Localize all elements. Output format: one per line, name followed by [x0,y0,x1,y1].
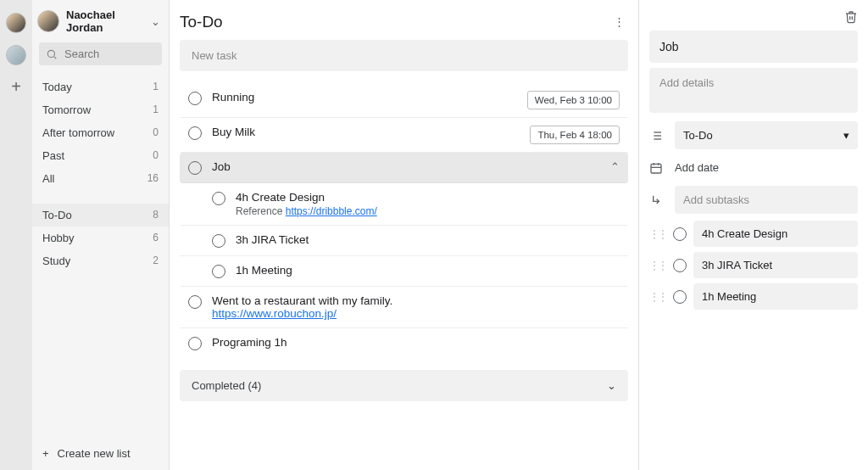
detail-notes-input[interactable]: Add details [649,68,858,113]
lists-group: To-Do8 Hobby6 Study2 [32,200,169,276]
task-title: Buy Milk [212,126,520,138]
add-date-button[interactable]: Add date [675,156,719,179]
filter-after-tomorrow[interactable]: After tomorrow0 [32,121,169,144]
complete-toggle[interactable] [188,161,202,175]
svg-line-1 [54,56,57,59]
account-switcher[interactable]: Naochael Jordan ⌄ [32,0,169,42]
new-task-input[interactable]: New task [180,40,628,71]
subtask-row[interactable]: 3h JIRA Ticket [180,226,628,256]
task-title: Went to a restaurant with my family.http… [212,294,620,320]
detail-panel: Job Add details To-Do ▾ Add date Add sub… [639,0,868,470]
filter-today[interactable]: Today1 [32,76,169,98]
subtask-arrow-icon [649,193,665,207]
chevron-down-icon: ⌄ [151,15,160,28]
reference-link[interactable]: https://dribbble.com/ [286,205,377,217]
completed-section-toggle[interactable]: Completed (4) ⌄ [180,370,628,401]
complete-toggle[interactable] [188,295,202,309]
task-row-selected[interactable]: Job ⌃ [180,153,628,183]
task-row[interactable]: Went to a restaurant with my family.http… [180,287,628,328]
drag-handle-icon[interactable]: ⋮⋮ [649,291,666,303]
detail-subtask-row[interactable]: ⋮⋮ 3h JIRA Ticket [649,252,858,278]
date-chip[interactable]: Wed, Feb 3 10:00 [527,91,620,109]
complete-toggle[interactable] [212,234,225,248]
task-row[interactable]: Programing 1h [180,328,628,358]
filter-all[interactable]: All16 [32,167,169,190]
task-row[interactable]: Buy Milk Thu, Feb 4 18:00 [180,118,628,153]
svg-rect-8 [651,164,661,173]
list-select-value: To-Do [683,129,713,142]
subtask-label[interactable]: 3h JIRA Ticket [693,252,858,278]
add-subtask-input[interactable]: Add subtasks [675,186,858,214]
subtask-row[interactable]: 1h Meeting [180,256,628,287]
subtask-row[interactable]: 4h Create Design Reference https://dribb… [180,183,628,226]
complete-toggle[interactable] [673,290,687,304]
sidebar: Naochael Jordan ⌄ Today1 Tomorrow1 After… [32,0,170,470]
complete-toggle[interactable] [188,92,202,105]
drag-handle-icon[interactable]: ⋮⋮ [649,228,666,240]
dropdown-icon: ▾ [843,129,849,142]
more-menu-button[interactable]: ⋮ [610,12,628,31]
complete-toggle[interactable] [212,192,225,205]
task-title: Job [212,160,600,173]
complete-toggle[interactable] [212,265,225,278]
search-icon [46,48,58,60]
task-row[interactable]: Running Wed, Feb 3 10:00 [180,83,628,118]
complete-toggle[interactable] [673,259,687,272]
search-box[interactable] [39,42,162,65]
list-item-hobby[interactable]: Hobby6 [32,227,169,249]
filter-group: Today1 Tomorrow1 After tomorrow0 Past0 A… [32,72,169,193]
complete-toggle[interactable] [188,126,202,140]
collapse-icon[interactable]: ⌃ [610,160,620,173]
task-title: 3h JIRA Ticket [236,233,620,246]
drag-handle-icon[interactable]: ⋮⋮ [649,260,666,271]
detail-title-input[interactable]: Job [649,31,858,63]
filter-tomorrow[interactable]: Tomorrow1 [32,98,169,121]
task-link[interactable]: https://www.robuchon.jp/ [212,307,337,320]
list-item-todo[interactable]: To-Do8 [32,204,169,227]
create-list-label: Create new list [58,447,131,460]
task-subtitle: Reference https://dribbble.com/ [236,205,620,217]
user-avatar [37,10,59,32]
workspace-rail: + [0,0,32,470]
add-workspace-button[interactable]: + [11,77,21,97]
completed-label: Completed (4) [192,379,261,392]
plus-icon: + [42,447,49,460]
delete-button[interactable] [844,10,858,24]
create-list-button[interactable]: + Create new list [32,437,169,470]
list-title: To-Do [180,13,610,31]
user-name: Naochael Jordan [66,8,144,34]
list-icon [649,129,665,143]
detail-subtask-row[interactable]: ⋮⋮ 1h Meeting [649,283,858,310]
filter-past[interactable]: Past0 [32,144,169,167]
complete-toggle[interactable] [673,227,687,241]
workspace-avatar-2[interactable] [6,45,26,65]
calendar-icon [649,161,665,175]
svg-point-0 [47,50,54,57]
task-title: 1h Meeting [236,264,620,277]
subtask-label[interactable]: 4h Create Design [693,221,858,247]
list-item-study[interactable]: Study2 [32,249,169,272]
main-panel: To-Do ⋮ New task Running Wed, Feb 3 10:0… [170,0,639,470]
detail-subtask-row[interactable]: ⋮⋮ 4h Create Design [649,221,858,247]
subtask-label[interactable]: 1h Meeting [693,283,858,310]
workspace-avatar-1[interactable] [6,13,26,33]
task-title: Programing 1h [212,336,620,349]
complete-toggle[interactable] [188,337,202,350]
task-title: Running [212,91,517,104]
task-title: 4h Create Design [236,191,620,204]
chevron-down-icon: ⌄ [607,379,616,392]
date-chip[interactable]: Thu, Feb 4 18:00 [530,126,620,144]
list-select[interactable]: To-Do ▾ [675,121,858,149]
